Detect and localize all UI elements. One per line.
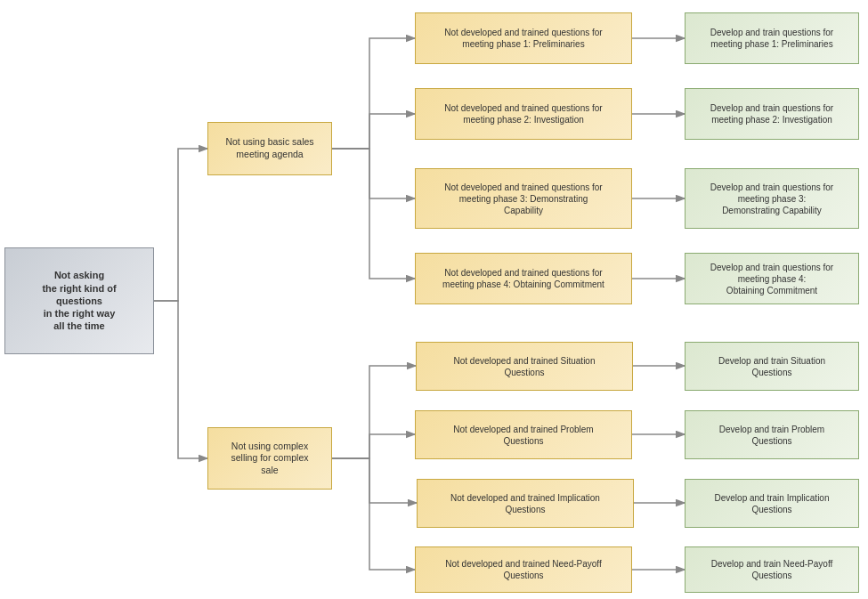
level4-box-2: Develop and train questions for meeting … xyxy=(685,88,859,140)
level3-box-2: Not developed and trained questions for … xyxy=(415,88,632,140)
connector-l2-1-l3-2 xyxy=(332,114,415,149)
level4-box-4: Develop and train questions for meeting … xyxy=(685,253,859,304)
connector-l2-2-l3-5 xyxy=(332,366,416,458)
connector-l2-2-l3-8 xyxy=(332,458,415,570)
level3-box-6: Not developed and trained Problem Questi… xyxy=(415,410,632,459)
connector-l2-1-l3-4 xyxy=(332,149,415,279)
connector-l2-1-l3-1 xyxy=(332,38,415,149)
connector-root-l2-1 xyxy=(154,149,207,301)
level2-box-1: Not using basic sales meeting agenda xyxy=(207,122,332,175)
root-box: Not asking the right kind of questions i… xyxy=(4,247,154,354)
level4-box-8: Develop and train Need-Payoff Questions xyxy=(685,546,859,593)
level2-box-2: Not using complex selling for complex sa… xyxy=(207,427,332,490)
level4-box-7: Develop and train Implication Questions xyxy=(685,479,859,528)
level3-box-7: Not developed and trained Implication Qu… xyxy=(417,479,634,528)
level4-box-5: Develop and train Situation Questions xyxy=(685,342,859,391)
connector-l2-1-l3-3 xyxy=(332,149,415,198)
level3-box-3: Not developed and trained questions for … xyxy=(415,168,632,229)
level3-box-5: Not developed and trained Situation Ques… xyxy=(416,342,633,391)
level4-box-3: Develop and train questions for meeting … xyxy=(685,168,859,229)
level3-box-4: Not developed and trained questions for … xyxy=(415,253,632,304)
diagram-container: Not asking the right kind of questions i… xyxy=(0,0,868,599)
level3-box-8: Not developed and trained Need-Payoff Qu… xyxy=(415,546,632,593)
connector-l2-2-l3-6 xyxy=(332,434,415,458)
level4-box-1: Develop and train questions for meeting … xyxy=(685,12,859,64)
connector-l2-2-l3-7 xyxy=(332,458,417,503)
level4-box-6: Develop and train Problem Questions xyxy=(685,410,859,459)
connector-root-l2-2 xyxy=(154,301,207,458)
level3-box-1: Not developed and trained questions for … xyxy=(415,12,632,64)
